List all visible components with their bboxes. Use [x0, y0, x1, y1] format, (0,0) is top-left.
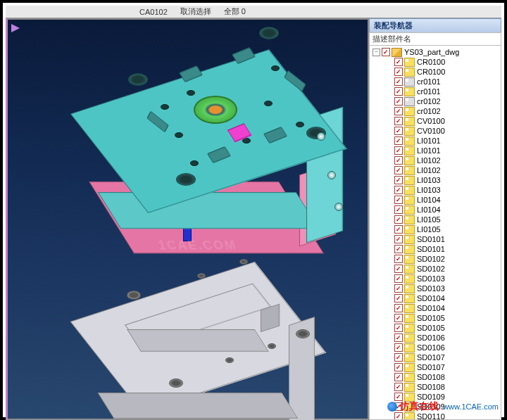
visibility-checkbox[interactable]: ✓	[394, 245, 403, 253]
tree-item[interactable]: ✓SD0101	[371, 244, 501, 254]
visibility-checkbox[interactable]: ✓	[394, 353, 403, 362]
a-plate[interactable]	[84, 62, 296, 203]
tree-item[interactable]: ✓CR0100	[371, 57, 501, 67]
tree-item-label: LI0102	[417, 156, 441, 165]
visibility-checkbox[interactable]: ✓	[394, 186, 403, 194]
tree-item-label: SD0107	[417, 363, 445, 371]
part-icon	[404, 127, 415, 136]
base-hole-small	[197, 273, 206, 279]
tree-item[interactable]: ✓cr0102	[371, 96, 501, 106]
part-icon	[404, 196, 415, 205]
tree-item[interactable]: ✓LI0102	[371, 165, 501, 175]
visibility-checkbox[interactable]: ✓	[394, 284, 403, 293]
tree-item[interactable]: ✓LI0105	[371, 215, 501, 224]
tree-item[interactable]: ✓SD0107	[371, 352, 501, 362]
visibility-checkbox[interactable]: ✓	[394, 77, 403, 86]
tree-item[interactable]: ✓SD0105	[371, 323, 501, 333]
part-icon	[404, 215, 415, 224]
part-icon	[404, 274, 415, 284]
visibility-checkbox[interactable]: ✓	[394, 383, 403, 391]
visibility-checkbox[interactable]: ✓	[394, 373, 403, 381]
visibility-checkbox[interactable]: ✓	[394, 225, 403, 234]
visibility-checkbox[interactable]: ✓	[394, 205, 403, 214]
visibility-checkbox[interactable]: ✓	[382, 48, 390, 56]
visibility-checkbox[interactable]: ✓	[394, 412, 403, 420]
collapse-icon[interactable]: −	[373, 49, 380, 56]
visibility-checkbox[interactable]: ✓	[394, 255, 403, 263]
tree-item[interactable]: ✓SD0108	[371, 372, 501, 382]
tree-item[interactable]: ✓LI0103	[371, 175, 501, 185]
tree-item[interactable]: ✓cr0101	[371, 77, 501, 87]
tree-item[interactable]: ✓SD0105	[371, 313, 501, 323]
visibility-checkbox[interactable]: ✓	[394, 58, 403, 66]
part-icon	[404, 324, 415, 333]
tree-item[interactable]: ✓SD0106	[371, 343, 501, 352]
visibility-checkbox[interactable]: ✓	[394, 304, 403, 312]
visibility-checkbox[interactable]: ✓	[394, 343, 403, 352]
part-icon	[404, 176, 415, 185]
tree-item[interactable]: ✓LI0101	[371, 136, 501, 146]
visibility-checkbox[interactable]: ✓	[394, 314, 403, 322]
tree-root-item[interactable]: − ✓ YS03_part_dwg	[371, 47, 501, 57]
visibility-checkbox[interactable]: ✓	[394, 363, 403, 371]
visibility-checkbox[interactable]: ✓	[394, 274, 403, 283]
tree-item[interactable]: ✓SD0103	[371, 274, 501, 284]
visibility-checkbox[interactable]: ✓	[394, 176, 403, 184]
visibility-checkbox[interactable]: ✓	[394, 235, 403, 243]
tree-item[interactable]: ✓LI0101	[371, 146, 501, 155]
visibility-checkbox[interactable]: ✓	[394, 136, 403, 145]
visibility-checkbox[interactable]: ✓	[394, 333, 403, 342]
tree-item-label: SD0110	[417, 412, 445, 420]
visibility-checkbox[interactable]: ✓	[394, 324, 403, 332]
visibility-checkbox[interactable]: ✓	[394, 117, 403, 125]
visibility-checkbox[interactable]: ✓	[394, 97, 403, 106]
visibility-checkbox[interactable]: ✓	[394, 107, 403, 115]
visibility-checkbox[interactable]: ✓	[394, 68, 403, 76]
visibility-checkbox[interactable]: ✓	[394, 196, 403, 204]
part-icon	[404, 58, 415, 67]
visibility-checkbox[interactable]: ✓	[394, 156, 403, 165]
tree-item[interactable]: ✓LI0105	[371, 224, 501, 234]
visibility-checkbox[interactable]: ✓	[394, 166, 403, 174]
tree-item-label: LI0101	[417, 146, 441, 155]
visibility-checkbox[interactable]: ✓	[394, 87, 403, 96]
tree-item[interactable]: ✓SD0102	[371, 264, 501, 274]
tree-item[interactable]: ✓CV0100	[371, 116, 501, 126]
tree-item[interactable]: ✓SD0103	[371, 284, 501, 293]
assembly-tree[interactable]: − ✓ YS03_part_dwg ✓CR0100✓CR0100✓cr0101✓…	[369, 45, 501, 420]
tree-item[interactable]: ✓SD0104	[371, 303, 501, 313]
part-icon	[404, 255, 415, 264]
tree-item[interactable]: ✓CV0100	[371, 126, 501, 136]
tree-item[interactable]: ✓CR0100	[371, 67, 501, 77]
tree-item[interactable]: ✓SD0101	[371, 234, 501, 244]
tree-item[interactable]: ✓SD0102	[371, 254, 501, 264]
tree-item-label: LI0101	[417, 136, 441, 145]
tree-item[interactable]: ✓cr0102	[371, 106, 501, 116]
part-icon	[404, 265, 415, 274]
base-plate[interactable]	[99, 287, 310, 407]
tree-item[interactable]: ✓LI0104	[371, 195, 501, 205]
tree-item-label: LI0103	[417, 176, 441, 184]
tree-item[interactable]: ✓SD0106	[371, 333, 501, 343]
tree-item-label: CR0100	[417, 58, 445, 66]
tree-item[interactable]: ✓LI0104	[371, 205, 501, 215]
tree-item[interactable]: ✓SD0108	[371, 382, 501, 392]
tree-item[interactable]: ✓SD0104	[371, 293, 501, 303]
visibility-checkbox[interactable]: ✓	[394, 146, 403, 155]
visibility-checkbox[interactable]: ✓	[394, 215, 403, 224]
watermark-url: www.1CAE.com	[443, 402, 499, 411]
part-icon	[404, 284, 415, 293]
tree-item[interactable]: ✓SD0107	[371, 362, 501, 372]
tree-item[interactable]: ✓LI0103	[371, 185, 501, 195]
navigator-column-header[interactable]: 描述部件名	[369, 32, 501, 46]
tree-item[interactable]: ✓LI0102	[371, 155, 501, 165]
tree-item-label: LI0103	[417, 186, 441, 194]
visibility-checkbox[interactable]: ✓	[394, 265, 403, 273]
tree-item-label: SD0107	[417, 353, 445, 362]
tree-item[interactable]: ✓cr0101	[371, 87, 501, 96]
part-icon	[404, 166, 415, 175]
visibility-checkbox[interactable]: ✓	[394, 127, 403, 135]
visibility-checkbox[interactable]: ✓	[394, 294, 403, 303]
3d-viewport[interactable]: 1CAE.COM	[6, 18, 369, 420]
mold-assembly-model[interactable]: 1CAE.COM	[49, 41, 331, 393]
